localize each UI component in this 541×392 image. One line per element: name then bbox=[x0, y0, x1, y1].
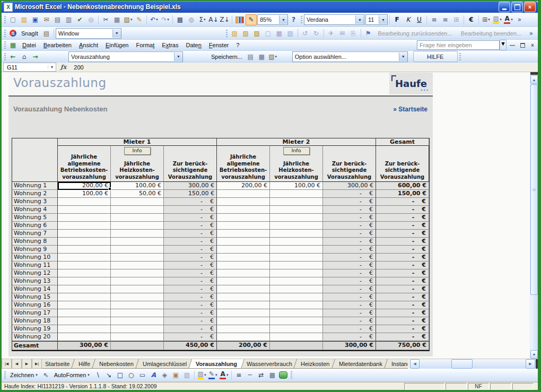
table-cell[interactable]: -€ bbox=[376, 230, 429, 238]
table-cell[interactable] bbox=[111, 333, 164, 341]
hilfe-button[interactable]: HILFE bbox=[413, 51, 458, 62]
merge-center-icon[interactable]: ⊞ bbox=[451, 15, 461, 25]
menu-item-fenster[interactable]: Fenster bbox=[205, 41, 232, 49]
table-cell[interactable] bbox=[270, 230, 323, 238]
question-input[interactable]: Frage hier eingeben bbox=[417, 40, 500, 50]
table-cell[interactable] bbox=[58, 238, 111, 246]
table-cell[interactable] bbox=[58, 277, 111, 285]
font-name-select[interactable]: Verdana▼ bbox=[304, 14, 364, 25]
table-cell[interactable]: 200,00 € bbox=[217, 182, 270, 190]
table-cell[interactable] bbox=[217, 293, 270, 301]
menu-item-datei[interactable]: Datei bbox=[19, 41, 40, 49]
maximize-button[interactable] bbox=[511, 2, 523, 12]
row-label[interactable]: Wohnung 13 bbox=[12, 277, 58, 285]
row-label[interactable]: Wohnung 10 bbox=[12, 254, 58, 262]
dash-style-icon[interactable]: ╌ bbox=[245, 370, 255, 380]
table-cell[interactable]: -€ bbox=[376, 301, 429, 309]
table-cell[interactable]: -€ bbox=[164, 317, 217, 325]
total-cell[interactable]: 450,00 € bbox=[164, 341, 217, 350]
name-box[interactable]: G11▼ bbox=[3, 63, 56, 72]
open-folder-icon[interactable]: ▨ bbox=[230, 28, 240, 38]
research-icon[interactable]: ◎ bbox=[86, 15, 96, 25]
workbook-minimize-button[interactable]: — bbox=[508, 41, 517, 49]
table-cell[interactable] bbox=[217, 230, 270, 238]
table-cell[interactable] bbox=[270, 293, 323, 301]
first-sheet-icon[interactable]: |◀ bbox=[2, 359, 12, 369]
table-cell[interactable] bbox=[217, 333, 270, 341]
table-cell[interactable] bbox=[270, 333, 323, 341]
font-color-icon[interactable]: A▾ bbox=[503, 15, 513, 25]
table-cell[interactable]: -€ bbox=[164, 293, 217, 301]
toolbar-grip[interactable] bbox=[226, 30, 228, 37]
tab-mieterdatenbank[interactable]: Mieterdatenbank bbox=[331, 359, 390, 369]
table-cell[interactable] bbox=[58, 293, 111, 301]
table-cell[interactable]: -€ bbox=[164, 333, 217, 341]
table-cell[interactable]: 100,00 € bbox=[58, 190, 111, 198]
table-cell[interactable]: -€ bbox=[164, 222, 217, 230]
arrow-icon[interactable]: ↘ bbox=[104, 370, 114, 380]
row-label[interactable]: Wohnung 12 bbox=[12, 269, 58, 277]
picture-icon[interactable]: ▨ bbox=[182, 370, 192, 380]
table-cell[interactable] bbox=[217, 206, 270, 214]
table-cell[interactable]: -€ bbox=[376, 262, 429, 269]
table-cell[interactable]: -€ bbox=[376, 293, 429, 301]
drawing-icon[interactable]: ✎ bbox=[246, 14, 257, 25]
table-cell[interactable] bbox=[217, 301, 270, 309]
chevron-down-icon[interactable]: ▼ bbox=[48, 65, 56, 69]
routing-icon[interactable]: ⎘ bbox=[348, 28, 359, 38]
print-icon[interactable]: ▤ bbox=[53, 15, 63, 25]
print-small-icon[interactable]: ▤ bbox=[246, 51, 256, 62]
chevron-down-icon[interactable]: ▼ bbox=[500, 40, 507, 50]
table-cell[interactable] bbox=[58, 246, 111, 254]
select-objects-icon[interactable]: ⇖ bbox=[41, 370, 51, 380]
last-sheet-icon[interactable]: ▶| bbox=[32, 359, 42, 369]
table-cell[interactable] bbox=[111, 238, 164, 246]
table-cell[interactable]: -€ bbox=[323, 222, 376, 230]
forward-icon[interactable]: → bbox=[30, 51, 40, 62]
undo-gray-icon[interactable]: ↺ bbox=[300, 28, 310, 38]
oval-icon[interactable]: ○ bbox=[126, 370, 136, 380]
table-cell[interactable]: -€ bbox=[164, 238, 217, 246]
tab-wasserverbrauch[interactable]: Wasserverbrauch bbox=[239, 359, 300, 369]
snagit-capture-icon[interactable]: ▤ bbox=[41, 28, 51, 38]
table-cell[interactable] bbox=[111, 317, 164, 325]
copy-small-icon[interactable]: ▦ bbox=[257, 51, 267, 62]
row-label[interactable]: Wohnung 7 bbox=[12, 230, 58, 238]
toolbar-grip[interactable] bbox=[4, 16, 6, 23]
diagram-icon[interactable]: ◈ bbox=[160, 370, 170, 380]
table-cell[interactable] bbox=[217, 262, 270, 269]
table-cell[interactable]: 150,00 € bbox=[164, 190, 217, 198]
toolbar-grip[interactable] bbox=[4, 371, 6, 379]
tiles-icon[interactable]: ▧ bbox=[285, 28, 295, 38]
spelling-icon[interactable]: ✔ bbox=[75, 15, 85, 25]
info-button[interactable]: Info bbox=[283, 147, 310, 155]
table-cell[interactable]: -€ bbox=[376, 277, 429, 285]
table-cell[interactable] bbox=[58, 222, 111, 230]
tab-umlageschlssel[interactable]: Umlageschlüssel bbox=[135, 359, 194, 369]
option-select[interactable]: Option auswählen...▼ bbox=[292, 51, 408, 62]
table-cell[interactable]: 50,00 € bbox=[111, 190, 164, 198]
tab-vorauszahlung[interactable]: Vorauszahlung bbox=[189, 359, 245, 369]
startseite-link[interactable]: » Startseite bbox=[393, 106, 427, 113]
table-cell[interactable]: -€ bbox=[164, 262, 217, 269]
menu-item-ansicht[interactable]: Ansicht bbox=[75, 41, 102, 49]
table-cell[interactable]: 300,00 € bbox=[323, 182, 376, 190]
paste-special-icon[interactable]: ▩ bbox=[175, 15, 185, 25]
table-cell[interactable] bbox=[58, 206, 111, 214]
prev-sheet-icon[interactable]: ◀ bbox=[12, 359, 22, 369]
info-button[interactable]: Info bbox=[124, 147, 151, 155]
next-sheet-icon[interactable]: ▶ bbox=[22, 359, 32, 369]
table-cell[interactable]: -€ bbox=[323, 317, 376, 325]
row-label[interactable]: Wohnung 5 bbox=[12, 214, 58, 222]
table-cell[interactable] bbox=[111, 262, 164, 269]
euro-style-icon[interactable]: € bbox=[466, 15, 476, 25]
table-cell[interactable] bbox=[270, 246, 323, 254]
row-label[interactable]: Wohnung 4 bbox=[12, 206, 58, 214]
table-cell[interactable]: -€ bbox=[323, 325, 376, 333]
table-cell[interactable] bbox=[111, 214, 164, 222]
table-cell[interactable]: -€ bbox=[376, 269, 429, 277]
redo-icon[interactable]: ↷▾ bbox=[160, 15, 170, 25]
menu-item-?[interactable]: ? bbox=[232, 41, 243, 49]
table-cell[interactable]: -€ bbox=[164, 277, 217, 285]
table-cell[interactable]: -€ bbox=[164, 206, 217, 214]
